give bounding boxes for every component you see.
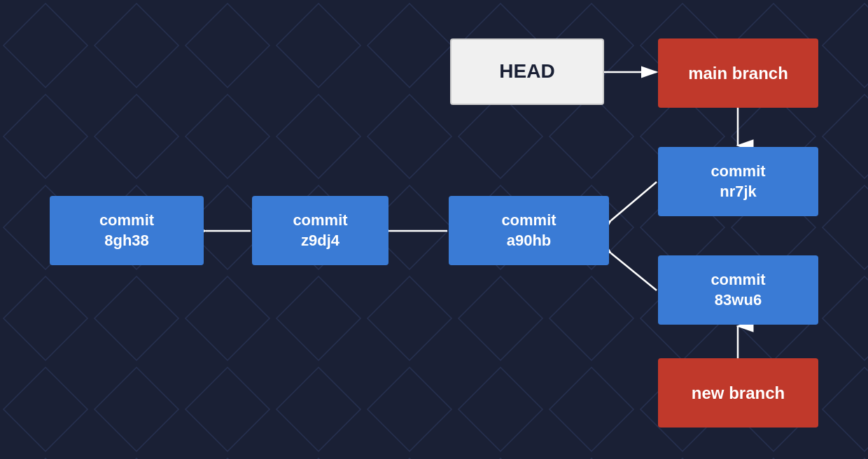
commit-a90hb-label: commita90hb	[501, 211, 556, 250]
commit-nr7jk-label: commitnr7jk	[710, 162, 765, 202]
commit-8gh38-box: commit8gh38	[50, 196, 204, 265]
commit-nr7jk-box: commitnr7jk	[658, 147, 818, 216]
commit-z9dj4-box: commitz9dj4	[252, 196, 388, 265]
new-branch-label: new branch	[692, 382, 785, 404]
new-branch-box: new branch	[658, 358, 818, 428]
main-branch-label: main branch	[688, 62, 788, 84]
commit-z9dj4-label: commitz9dj4	[293, 211, 347, 250]
head-label: HEAD	[499, 59, 554, 84]
main-branch-box: main branch	[658, 38, 818, 108]
arrow-83wu6-to-a90hb	[611, 253, 657, 290]
commit-a90hb-box: commita90hb	[449, 196, 609, 265]
commit-83wu6-label: commit83wu6	[710, 270, 765, 310]
arrow-nr7jk-to-a90hb	[611, 182, 657, 220]
commit-83wu6-box: commit83wu6	[658, 255, 818, 325]
commit-8gh38-label: commit8gh38	[99, 211, 154, 250]
head-box: HEAD	[450, 38, 604, 105]
diagram-container: HEAD main branch commitnr7jk commit83wu6…	[0, 0, 868, 459]
